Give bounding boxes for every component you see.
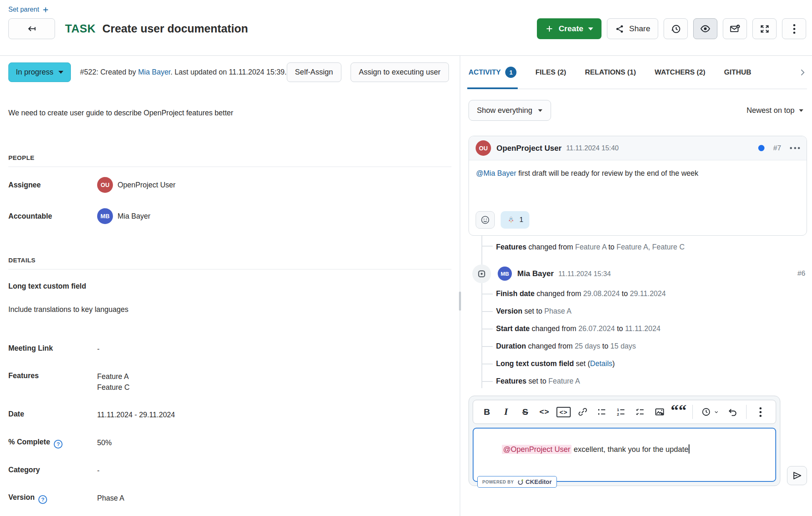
tab-activity[interactable]: ACTIVITY 1 (469, 56, 516, 89)
activity-number[interactable]: #7 (773, 144, 781, 152)
inline-code-button[interactable]: <> (536, 403, 553, 421)
header-actions: Create Share (537, 18, 806, 39)
plus-icon (545, 25, 554, 33)
smiley-icon (480, 215, 490, 225)
comment-author[interactable]: OpenProject User (496, 144, 561, 153)
text-cursor (689, 444, 689, 454)
code-block-button[interactable]: <> (555, 403, 572, 421)
comment-card: OU OpenProject User 11.11.2024 15:40 #7 … (469, 136, 807, 236)
assignee-row: Assignee OU OpenProject User (8, 177, 451, 193)
history-clock-icon (670, 23, 681, 34)
notification-settings-button[interactable] (723, 18, 747, 39)
mention-link[interactable]: @Mia Bayer (476, 169, 516, 177)
creator-link[interactable]: Mia Bayer (138, 68, 170, 76)
toolbar-more-button[interactable] (752, 403, 769, 421)
help-icon[interactable] (54, 440, 63, 449)
activity-count-badge: 1 (505, 67, 516, 78)
details-link[interactable]: Details (590, 359, 613, 368)
activity-change: Features changed from Feature A to Featu… (469, 236, 807, 256)
work-package-detail-panel: In progress #522: Created by Mia Bayer. … (0, 56, 460, 516)
bulleted-list-button[interactable] (593, 403, 611, 421)
help-icon[interactable] (38, 495, 47, 504)
chevron-down-icon (538, 109, 542, 112)
status-dropdown[interactable]: In progress (8, 62, 71, 82)
top-bar: Set parent TASK Create user documentatio… (0, 0, 812, 56)
activity-change: Features set to Feature A (469, 372, 807, 390)
activity-author[interactable]: Mia Bayer (517, 269, 554, 278)
work-package-meta: #522: Created by Mia Bayer. Last updated… (80, 68, 287, 77)
activity-sort-dropdown[interactable]: Newest on top (747, 106, 804, 115)
fullscreen-button[interactable] (752, 18, 777, 39)
share-button[interactable]: Share (607, 18, 658, 39)
tab-files[interactable]: FILES (2) (535, 56, 566, 89)
link-icon (578, 407, 588, 417)
activity-controls: Show everything Newest on top (469, 100, 807, 121)
strikethrough-button[interactable]: S (516, 403, 534, 421)
accountable-row: Accountable MB Mia Bayer (8, 208, 451, 224)
self-assign-button[interactable]: Self-Assign (287, 62, 341, 82)
meeting-link-value[interactable]: - (97, 344, 100, 354)
tab-watchers[interactable]: WATCHERS (2) (655, 56, 706, 89)
work-package-type: TASK (65, 22, 96, 35)
tab-bar: ACTIVITY 1 FILES (2) RELATIONS (1) WATCH… (469, 56, 807, 89)
features-label: Features (8, 371, 97, 393)
bold-button[interactable]: B (478, 403, 496, 421)
baseline-comparison-button[interactable] (664, 18, 688, 39)
activity-change: Version set to Phase A (469, 302, 807, 320)
set-parent-link[interactable]: Set parent (8, 6, 49, 13)
kebab-menu-icon (793, 24, 795, 34)
people-section-heading: PEOPLE (8, 154, 451, 167)
block-quote-button[interactable]: ““ (670, 403, 687, 421)
comment-timestamp: 11.11.2024 15:40 (566, 144, 619, 152)
share-button-label: Share (629, 24, 650, 33)
insert-image-button[interactable] (651, 403, 668, 421)
version-value[interactable]: Phase A (97, 493, 124, 504)
italic-button[interactable]: I (497, 403, 515, 421)
eye-icon (700, 23, 711, 34)
tab-relations[interactable]: RELATIONS (1) (585, 56, 636, 89)
comment-body: @Mia Bayer first draft will be ready for… (469, 160, 807, 210)
submit-comment-button[interactable] (787, 466, 807, 485)
more-actions-button[interactable] (782, 18, 806, 39)
assign-to-executing-user-button[interactable]: Assign to executing user (351, 62, 449, 82)
rocket-reaction-button[interactable]: 1 (501, 211, 529, 229)
comment-header: OU OpenProject User 11.11.2024 15:40 #7 (469, 136, 807, 160)
revision-history-button[interactable] (698, 403, 722, 421)
comment-reactions: 1 (469, 210, 807, 235)
watch-button[interactable] (693, 18, 717, 39)
comment-editor-row: B I S <> <> 12 (469, 396, 807, 486)
activity-number[interactable]: #6 (797, 269, 805, 278)
undo-button[interactable] (724, 403, 741, 421)
activity-change: Finish date changed from 29.08.2024 to 2… (469, 285, 807, 302)
activity-change: Duration changed from 25 days to 15 days (469, 337, 807, 355)
arrow-left-icon (26, 23, 37, 34)
long-text-custom-field-value[interactable]: Include translations to key languages (8, 305, 451, 314)
percent-complete-value[interactable]: 50% (97, 438, 112, 449)
back-button[interactable] (8, 18, 55, 39)
description-text[interactable]: We need to create user guide to describe… (8, 109, 451, 117)
category-value[interactable]: - (97, 466, 100, 476)
expand-icon (759, 24, 770, 34)
tab-github[interactable]: GITHUB (724, 56, 751, 89)
tabs-scroll-right-button[interactable] (798, 68, 807, 77)
add-reaction-button[interactable] (476, 211, 495, 229)
percent-complete-label: % Complete (8, 438, 97, 449)
comment-input[interactable]: @OpenProject User excellent, thank you f… (473, 428, 776, 482)
numbered-list-button[interactable]: 12 (612, 403, 630, 421)
todo-list-button[interactable] (632, 403, 649, 421)
create-button[interactable]: Create (537, 18, 601, 39)
changeset-icon (472, 264, 491, 283)
date-value[interactable]: 11.11.2024 - 29.11.2024 (97, 410, 175, 420)
comment-menu-button[interactable] (790, 145, 800, 151)
activity-filter-dropdown[interactable]: Show everything (469, 100, 551, 121)
scrollbar-thumb[interactable] (459, 292, 461, 311)
accountable-value[interactable]: Mia Bayer (118, 212, 150, 221)
link-button[interactable] (574, 403, 591, 421)
create-button-label: Create (559, 24, 583, 33)
assignee-value[interactable]: OpenProject User (118, 181, 175, 189)
features-value[interactable]: Feature A Feature C (97, 371, 130, 393)
rocket-icon (507, 216, 515, 224)
assignee-label: Assignee (8, 181, 97, 189)
chevron-down-icon (799, 109, 803, 112)
unread-indicator[interactable] (758, 145, 764, 151)
